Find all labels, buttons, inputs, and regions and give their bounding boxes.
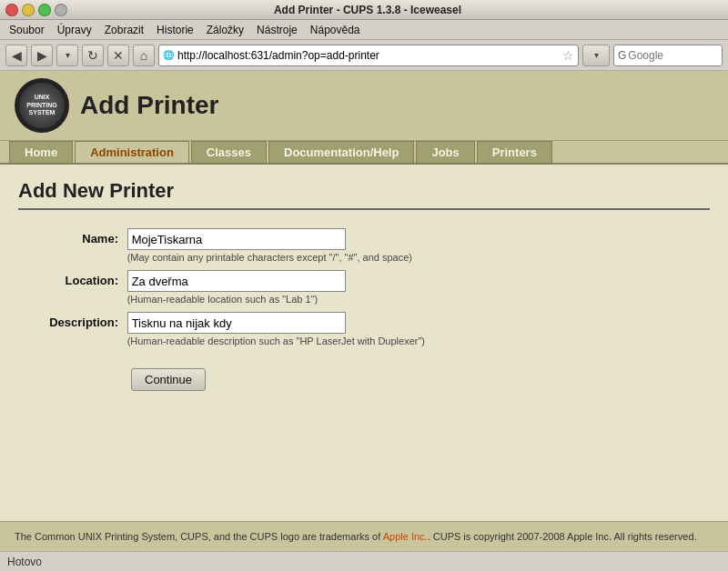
menu-napoveda[interactable]: Nápověda	[305, 22, 366, 38]
menubar: Soubor Úpravy Zobrazit Historie Záložky …	[0, 20, 728, 40]
continue-row: Continue	[36, 354, 710, 391]
maximize-button[interactable]	[38, 4, 51, 16]
location-input[interactable]	[127, 270, 346, 292]
page-heading: Add New Printer	[18, 179, 710, 210]
bookmark-icon[interactable]: ☆	[562, 48, 574, 63]
statusbar: Hotovo	[0, 551, 728, 571]
titlebar-buttons	[5, 4, 67, 16]
menu-soubor[interactable]: Soubor	[4, 22, 50, 38]
dropdown-button[interactable]: ▾	[56, 45, 78, 66]
nav-tabs: Home Administration Classes Documentatio…	[0, 141, 728, 165]
menu-nastroje[interactable]: Nástroje	[251, 22, 303, 38]
close-button[interactable]	[5, 4, 18, 16]
home-button[interactable]: ⌂	[133, 45, 155, 66]
cups-logo: UNIXPRINTINGSYSTEM	[15, 78, 69, 133]
main-content: Add New Printer Name: (May contain any p…	[0, 165, 728, 521]
tab-printers[interactable]: Printers	[477, 141, 552, 163]
cups-page-title: Add Printer	[80, 91, 218, 120]
location-label: Location:	[36, 270, 118, 287]
location-field-wrap: (Human-readable location such as "Lab 1"…	[127, 270, 346, 305]
footer-text2: . CUPS is copyright 2007-2008 Apple Inc.…	[428, 531, 697, 542]
add-printer-form: Name: (May contain any printable charact…	[36, 228, 710, 391]
tab-home[interactable]: Home	[9, 141, 73, 163]
minimize-button[interactable]	[22, 4, 35, 16]
menu-zalozky[interactable]: Záložky	[201, 22, 249, 38]
page-icon: 🌐	[163, 50, 174, 60]
address-bar: 🌐 ☆	[158, 45, 579, 66]
footer: The Common UNIX Printing System, CUPS, a…	[0, 521, 728, 552]
name-row: Name: (May contain any printable charact…	[36, 228, 710, 263]
tab-classes[interactable]: Classes	[191, 141, 267, 163]
tab-jobs[interactable]: Jobs	[416, 141, 474, 163]
tab-documentation[interactable]: Documentation/Help	[268, 141, 414, 163]
search-engine-icon: G	[618, 49, 626, 62]
address-go-button[interactable]: ▾	[582, 45, 610, 66]
toolbar: ◀ ▶ ▾ ↻ ✕ ⌂ 🌐 ☆ ▾ G 🔍	[0, 40, 728, 71]
content-area: UNIXPRINTINGSYSTEM Add Printer Home Admi…	[0, 71, 728, 551]
continue-button[interactable]: Continue	[131, 368, 206, 391]
name-label: Name:	[36, 228, 118, 245]
footer-text1: The Common UNIX Printing System, CUPS, a…	[15, 531, 383, 542]
search-input[interactable]	[628, 49, 728, 62]
cups-logo-inner: UNIXPRINTINGSYSTEM	[19, 83, 65, 128]
browser-window: Add Printer - CUPS 1.3.8 - Iceweasel Sou…	[0, 0, 728, 571]
cups-logo-text: UNIXPRINTINGSYSTEM	[26, 94, 56, 116]
search-box: G 🔍	[613, 45, 723, 66]
name-field-wrap: (May contain any printable characters ex…	[127, 228, 412, 263]
address-input[interactable]	[177, 49, 559, 62]
apple-link[interactable]: Apple Inc.	[383, 531, 428, 542]
description-field-wrap: (Human-readable description such as "HP …	[127, 312, 425, 346]
description-input[interactable]	[127, 312, 346, 334]
forward-button[interactable]: ▶	[31, 45, 53, 66]
description-hint: (Human-readable description such as "HP …	[127, 336, 425, 346]
window-title: Add Printer - CUPS 1.3.8 - Iceweasel	[67, 4, 668, 16]
name-input[interactable]	[127, 228, 346, 250]
menu-upravy[interactable]: Úpravy	[52, 22, 97, 38]
name-hint: (May contain any printable characters ex…	[127, 252, 412, 263]
tab-administration[interactable]: Administration	[75, 141, 189, 163]
description-row: Description: (Human-readable description…	[36, 312, 710, 346]
back-button[interactable]: ◀	[5, 45, 27, 66]
titlebar: Add Printer - CUPS 1.3.8 - Iceweasel	[0, 0, 728, 20]
cups-header: UNIXPRINTINGSYSTEM Add Printer	[0, 71, 728, 141]
reload-button[interactable]: ↻	[82, 45, 104, 66]
location-hint: (Human-readable location such as "Lab 1"…	[127, 294, 346, 305]
description-label: Description:	[36, 312, 118, 329]
menu-historie[interactable]: Historie	[151, 22, 199, 38]
extra-button	[55, 4, 67, 16]
menu-zobrazit[interactable]: Zobrazit	[99, 22, 149, 38]
location-row: Location: (Human-readable location such …	[36, 270, 710, 305]
status-text: Hotovo	[7, 556, 42, 568]
stop-button[interactable]: ✕	[107, 45, 129, 66]
